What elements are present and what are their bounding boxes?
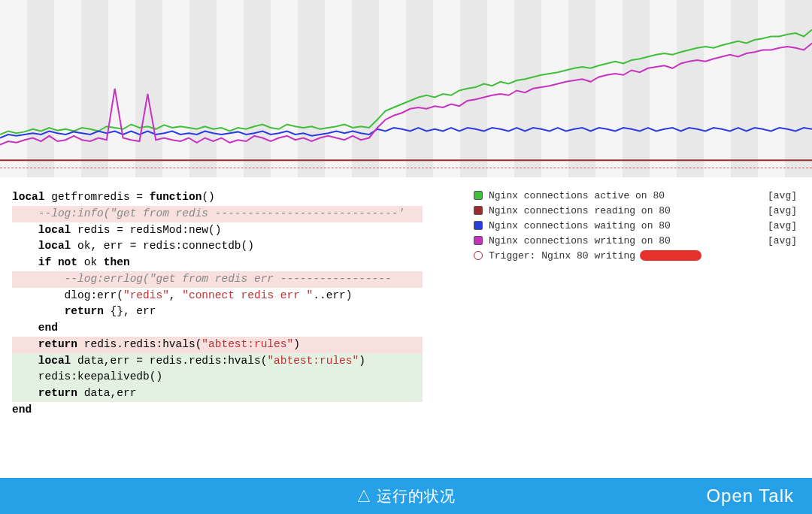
code-line: return {}, err bbox=[12, 304, 423, 320]
chart-threshold-line bbox=[0, 168, 812, 168]
legend-item: Nginx connections active on 80[avg] bbox=[474, 188, 797, 203]
metrics-chart bbox=[0, 0, 812, 177]
legend-swatch-icon bbox=[474, 191, 483, 200]
code-line: if not ok then bbox=[12, 255, 423, 271]
legend-item: Nginx connections writing on 80[avg] bbox=[474, 233, 797, 248]
legend-label: Nginx connections active on 80 bbox=[489, 190, 759, 201]
code-line: --log:info("get from redis -------------… bbox=[12, 206, 423, 222]
footer-brand: Open Talk bbox=[706, 485, 794, 506]
legend-agg: [avg] bbox=[768, 220, 797, 231]
legend-item: Nginx connections waiting on 80[avg] bbox=[474, 218, 797, 233]
code-line: end bbox=[12, 320, 423, 337]
trigger-swatch-icon bbox=[474, 251, 483, 260]
chart-lines bbox=[0, 0, 812, 177]
legend-agg: [avg] bbox=[768, 235, 797, 246]
legend-item: Nginx connections reading on 80[avg] bbox=[474, 203, 797, 218]
legend-label: Nginx connections waiting on 80 bbox=[489, 220, 759, 231]
legend-label: Nginx connections writing on 80 bbox=[489, 235, 759, 246]
code-line: dlog:err("redis", "connect redis err "..… bbox=[12, 288, 423, 304]
content-row: local getfromredis = function() --log:in… bbox=[0, 177, 812, 419]
code-line: local redis = redisMod:new() bbox=[12, 222, 423, 239]
chart-legend: Nginx connections active on 80[avg]Nginx… bbox=[429, 177, 812, 419]
trigger-label: Trigger: Nginx 80 writing bbox=[489, 250, 635, 262]
code-line: --log:errlog("get from redis err -------… bbox=[12, 271, 423, 288]
legend-trigger-row: Trigger: Nginx 80 writing bbox=[474, 248, 797, 263]
legend-label: Nginx connections reading on 80 bbox=[489, 205, 759, 216]
code-line: end bbox=[12, 402, 423, 419]
code-line: return data,err bbox=[12, 386, 423, 402]
code-line: local data,err = redis.redis:hvals("abte… bbox=[12, 353, 423, 370]
code-line: local ok, err = redis:connectdb() bbox=[12, 238, 423, 255]
legend-agg: [avg] bbox=[768, 205, 797, 216]
legend-swatch-icon bbox=[474, 221, 483, 230]
legend-swatch-icon bbox=[474, 206, 483, 215]
redacted-text bbox=[640, 250, 701, 261]
code-line: local getfromredis = function() bbox=[12, 189, 423, 206]
footer-bar: △ 运行的状况 Open Talk bbox=[0, 478, 812, 514]
legend-swatch-icon bbox=[474, 236, 483, 245]
code-line: redis:keepalivedb() bbox=[12, 369, 423, 386]
code-diff-block: local getfromredis = function() --log:in… bbox=[0, 177, 429, 419]
footer-caption: △ 运行的状况 bbox=[356, 486, 456, 506]
code-line: return redis.redis:hvals("abtest:rules") bbox=[12, 337, 423, 353]
legend-agg: [avg] bbox=[768, 190, 797, 201]
